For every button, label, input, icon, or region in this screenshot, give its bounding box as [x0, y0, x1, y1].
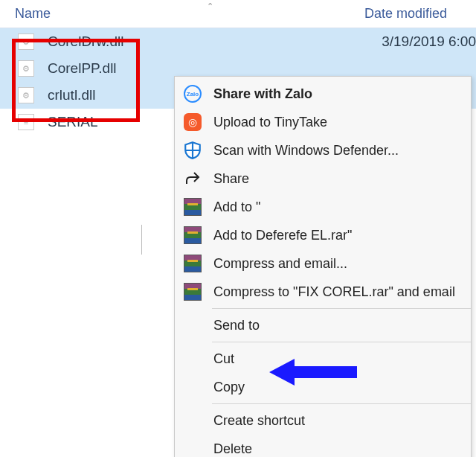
menu-compress-to-rar-email[interactable]: Compress to "FIX COREL.rar" and email — [175, 278, 471, 306]
menu-label: Send to — [213, 318, 260, 333]
menu-share-zalo[interactable]: Zalo Share with Zalo — [175, 80, 471, 108]
file-name: crlutl.dll — [48, 87, 95, 103]
menu-compress-email[interactable]: Compress and email... — [175, 249, 471, 278]
menu-send-to[interactable]: Send to — [175, 311, 471, 339]
menu-copy[interactable]: Copy — [175, 373, 471, 401]
menu-label: Add to Deferefe EL.rar" — [213, 228, 353, 243]
dll-file-icon: ⚙ — [18, 33, 34, 50]
menu-label: Delete — [213, 441, 252, 457]
menu-label: Add to " — [213, 199, 260, 215]
winrar-icon — [182, 253, 203, 274]
menu-addto-rar[interactable]: Add to Deferefe EL.rar" — [175, 221, 471, 249]
menu-label: Compress to "FIX COREL.rar" and email — [213, 284, 455, 300]
column-header-row: ⌃ Name Date modified — [0, 0, 476, 28]
menu-label: Share with Zalo — [213, 86, 312, 102]
menu-delete[interactable]: Delete — [175, 435, 471, 457]
menu-create-shortcut[interactable]: Create shortcut — [175, 406, 471, 435]
menu-label: Create shortcut — [213, 413, 305, 429]
share-icon — [182, 168, 203, 189]
dll-file-icon: ⚙ — [18, 87, 34, 103]
menu-label: Copy — [213, 380, 245, 395]
file-name: SERIAL — [48, 114, 98, 130]
file-name: CorelPP.dll — [48, 60, 117, 77]
menu-separator — [212, 342, 471, 342]
file-date: 3/19/2019 6:00 — [382, 33, 476, 50]
menu-label: Upload to TinyTake — [213, 115, 327, 130]
context-menu: Zalo Share with Zalo ◎ Upload to TinyTak… — [174, 76, 472, 457]
menu-cut[interactable]: Cut — [175, 345, 471, 373]
menu-share[interactable]: Share — [175, 164, 471, 193]
sort-chevron-icon: ⌃ — [207, 1, 213, 11]
winrar-icon — [182, 196, 203, 217]
defender-icon — [182, 140, 203, 161]
menu-label: Scan with Windows Defender... — [213, 143, 399, 159]
winrar-icon — [182, 225, 203, 246]
tinytake-icon: ◎ — [182, 112, 203, 132]
dll-file-icon: ⚙ — [18, 60, 34, 77]
zalo-icon: Zalo — [182, 83, 203, 104]
menu-separator — [212, 403, 471, 404]
file-row[interactable]: ⚙ CorelDrw.dll 3/19/2019 6:00 — [0, 28, 476, 55]
menu-scan-defender[interactable]: Scan with Windows Defender... — [175, 136, 471, 164]
file-name: CorelDrw.dll — [48, 33, 123, 50]
text-file-icon: ≡ — [18, 114, 34, 130]
column-header-date[interactable]: Date modified — [364, 6, 476, 22]
menu-separator — [212, 308, 471, 309]
menu-label: Compress and email... — [213, 256, 347, 272]
menu-upload-tinytake[interactable]: ◎ Upload to TinyTake — [175, 108, 471, 136]
menu-label: Share — [213, 171, 249, 187]
winrar-icon — [182, 281, 203, 302]
menu-addto-archive[interactable]: Add to " — [175, 193, 471, 221]
menu-label: Cut — [213, 351, 234, 367]
decorative-divider — [141, 225, 142, 255]
column-header-name[interactable]: Name — [15, 6, 364, 22]
